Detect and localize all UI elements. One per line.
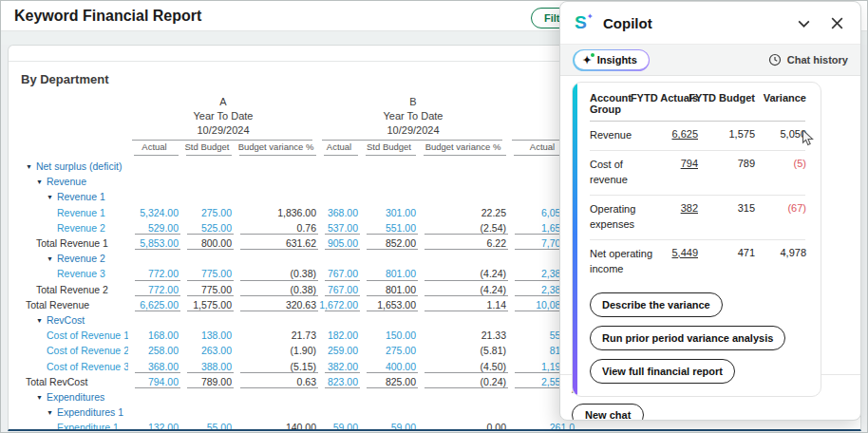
value-link[interactable]: 275.00 [360, 343, 418, 358]
row-label-group[interactable]: ▼Net surplus (deficit) [9, 160, 128, 172]
value-link[interactable]: 767.00 [318, 282, 360, 297]
insight-table-row: Net operating income5,4494714,978 [590, 240, 805, 284]
value-link[interactable]: 529.00 [128, 220, 180, 235]
row-label-group[interactable]: ▼Expenditures [9, 391, 128, 403]
value-cell [180, 174, 234, 189]
row-label-leaf[interactable]: Cost of Revenue 3 [9, 361, 128, 372]
value-link[interactable]: 400.00 [360, 358, 418, 373]
collapse-triangle-icon[interactable]: ▼ [36, 394, 43, 401]
report-table-header: A Year To Date 10/29/2024 Actual Std Bud… [9, 95, 576, 156]
value-cell [418, 159, 508, 174]
chevron-down-icon [796, 15, 812, 31]
chat-history-button[interactable]: Chat history [768, 53, 848, 66]
value-link[interactable]: 772.00 [128, 282, 180, 297]
value-cell [360, 189, 418, 204]
insights-button[interactable]: ✦ Insights [575, 50, 649, 69]
suggested-action-button-2[interactable]: Run prior period variance analysis [590, 326, 785, 350]
row-label-text: Expenditure 1 [57, 422, 119, 431]
value-link[interactable]: 55.00 [180, 420, 234, 431]
collapse-triangle-icon[interactable]: ▼ [47, 255, 53, 262]
value-link[interactable]: 905.00 [318, 235, 360, 251]
value-cell: 140.00 [234, 420, 318, 431]
app-window: Keyword Financial Report Filt By Departm… [0, 0, 868, 433]
value-link[interactable]: 775.00 [180, 266, 234, 281]
value-cell [318, 251, 360, 266]
row-label-leaf[interactable]: Revenue 2 [9, 222, 128, 234]
actuals-link[interactable]: 382 [681, 202, 698, 214]
column-group-b: B Year To Date 10/29/2024 Actual Std Bud… [318, 95, 508, 156]
actuals-link[interactable]: 6,625 [671, 128, 698, 140]
value-link[interactable]: 258.00 [128, 343, 180, 358]
row-label-leaf[interactable]: Expenditure 1 [9, 422, 128, 431]
value-link[interactable]: 5,324.00 [128, 205, 180, 220]
value-link[interactable]: 301.00 [360, 205, 418, 220]
row-label-group[interactable]: ▼Expenditures 1 [9, 406, 128, 418]
value-link[interactable]: 259.00 [318, 343, 360, 358]
value-cell: 320.63 [234, 297, 318, 312]
value-link[interactable]: 275.00 [180, 205, 234, 220]
close-panel-button[interactable] [827, 13, 847, 33]
value-link[interactable]: 794.00 [128, 374, 180, 389]
value-link[interactable]: 388.00 [180, 358, 234, 373]
value-link[interactable]: 368.00 [318, 205, 360, 220]
value-link[interactable]: 182.00 [318, 328, 360, 343]
insight-table-row: Revenue6,6251,5755,050 [590, 122, 805, 151]
actuals-link[interactable]: 794 [681, 158, 698, 169]
suggested-action-button-1[interactable]: Describe the variance [590, 292, 723, 317]
value-link[interactable]: 382.00 [318, 358, 360, 373]
value-link[interactable]: 168.00 [128, 328, 180, 343]
value-link[interactable]: 59.00 [360, 420, 418, 431]
row-label-leaf[interactable]: Cost of Revenue 1 [9, 329, 128, 341]
value-link[interactable]: 5,853.00 [128, 235, 180, 251]
value-link[interactable]: 263.00 [180, 343, 234, 358]
collapse-triangle-icon[interactable]: ▼ [47, 409, 53, 416]
value-cell: 1,653.00 [360, 297, 418, 312]
row-label-group[interactable]: ▼Revenue 2 [9, 253, 128, 264]
value-cell: 631.62 [234, 235, 318, 251]
row-label-text: Revenue 3 [57, 268, 105, 279]
collapse-triangle-icon[interactable]: ▼ [47, 194, 53, 200]
value-link[interactable]: 801.00 [360, 266, 418, 281]
svg-text:S: S [575, 12, 587, 32]
value-cell: (0.38) [234, 266, 318, 281]
value-cell [234, 189, 318, 204]
insights-label: Insights [597, 54, 637, 66]
row-label-leaf[interactable]: Cost of Revenue 2 [9, 345, 128, 356]
row-label-leaf[interactable]: Revenue 1 [9, 207, 128, 218]
value-link[interactable]: 6,625.00 [128, 297, 180, 312]
value-link[interactable]: 132.00 [128, 420, 180, 431]
value-cell [234, 389, 318, 405]
value-cell [128, 405, 180, 420]
value-cell: (5.15) [234, 358, 318, 373]
row-label-leaf[interactable]: Revenue 3 [9, 268, 128, 279]
collapse-triangle-icon[interactable]: ▼ [26, 163, 32, 170]
value-link[interactable]: 261.0 [508, 420, 576, 431]
actuals-link[interactable]: 5,449 [671, 247, 698, 258]
collapse-triangle-icon[interactable]: ▼ [36, 179, 43, 185]
value-cell [418, 312, 508, 328]
value-link[interactable]: 138.00 [180, 328, 234, 343]
value-cell: 0.76 [234, 220, 318, 235]
new-chat-button[interactable]: New chat [572, 404, 644, 421]
collapse-panel-button[interactable] [794, 13, 814, 33]
suggested-action-button-3[interactable]: View full financial report [590, 359, 735, 384]
value-cell [318, 189, 360, 204]
value-link[interactable]: 537.00 [318, 220, 360, 235]
budget-cell: 471 [698, 247, 755, 258]
collapse-triangle-icon[interactable]: ▼ [36, 317, 43, 324]
value-cell: (0.24) [418, 374, 508, 389]
value-link[interactable]: 525.00 [180, 220, 234, 235]
row-label-group[interactable]: ▼Revenue 1 [9, 191, 128, 202]
value-link[interactable]: 551.00 [360, 220, 418, 235]
value-link[interactable]: 1,672.00 [318, 297, 360, 312]
value-link[interactable]: 368.00 [128, 358, 180, 373]
value-link[interactable]: 823.00 [318, 374, 360, 389]
header-fytd-budget: FYTD Budget [698, 92, 755, 115]
value-link[interactable]: 59.00 [318, 420, 360, 431]
value-link[interactable]: 772.00 [128, 266, 180, 281]
row-label-group[interactable]: ▼RevCost [9, 314, 128, 326]
copilot-title: Copilot [603, 15, 781, 31]
value-link[interactable]: 150.00 [360, 328, 418, 343]
row-label-group[interactable]: ▼Revenue [9, 176, 128, 187]
value-link[interactable]: 767.00 [318, 266, 360, 281]
